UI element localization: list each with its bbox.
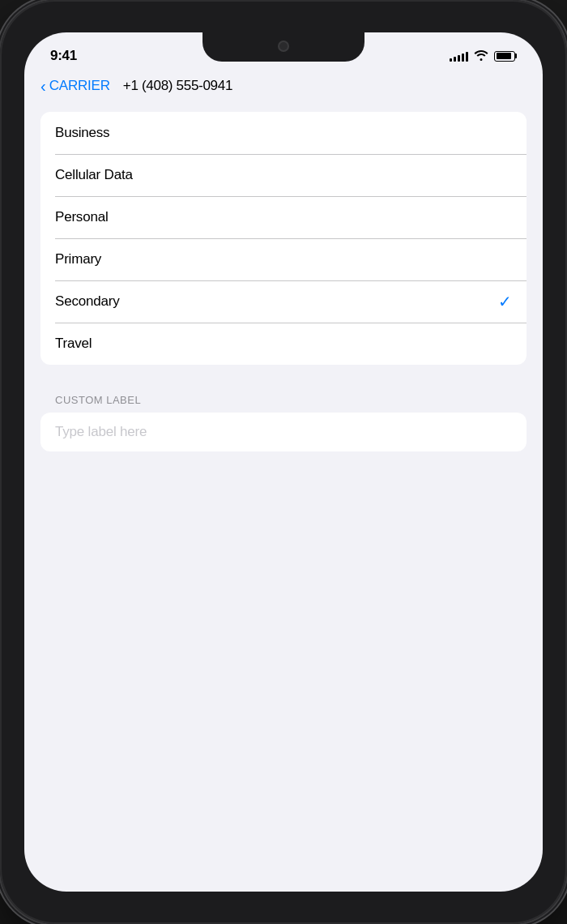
battery-body xyxy=(494,51,515,62)
signal-bar-4 xyxy=(462,53,464,62)
content-area: BusinessCellular DataPersonalPrimarySeco… xyxy=(24,105,543,458)
status-time: 9:41 xyxy=(50,48,77,64)
list-item-label-secondary: Secondary xyxy=(55,293,119,310)
nav-bar: ‹ CARRIER +1 (408) 555-0941 xyxy=(24,75,543,105)
battery-icon xyxy=(494,51,517,62)
back-label: CARRIER xyxy=(49,78,110,94)
phone-screen: 9:41 xyxy=(24,32,543,892)
custom-label-input-card xyxy=(40,413,526,451)
battery-fill xyxy=(497,53,512,59)
battery-tip xyxy=(515,53,517,58)
list-item-label-personal: Personal xyxy=(55,209,109,225)
notch xyxy=(202,32,364,62)
list-item-label-cellular-data: Cellular Data xyxy=(55,167,133,183)
list-item-personal[interactable]: Personal xyxy=(40,196,526,238)
label-list-card: BusinessCellular DataPersonalPrimarySeco… xyxy=(40,112,526,365)
checkmark-icon-secondary: ✓ xyxy=(498,292,512,311)
wifi-icon xyxy=(474,49,488,63)
list-item-primary[interactable]: Primary xyxy=(40,238,526,280)
front-camera xyxy=(278,41,289,52)
custom-label-input[interactable] xyxy=(40,413,526,451)
list-item-travel[interactable]: Travel xyxy=(40,323,526,365)
signal-bars-icon xyxy=(450,50,468,62)
list-item-secondary[interactable]: Secondary✓ xyxy=(40,280,526,323)
signal-bar-2 xyxy=(454,57,456,62)
phone-frame: 9:41 xyxy=(0,0,567,924)
custom-label-header: CUSTOM LABEL xyxy=(40,394,526,413)
list-item-label-business: Business xyxy=(55,125,109,141)
signal-bar-5 xyxy=(466,52,468,62)
nav-title: +1 (408) 555-0941 xyxy=(123,78,232,94)
status-icons xyxy=(450,49,517,63)
custom-label-section: CUSTOM LABEL xyxy=(40,394,526,451)
back-button[interactable]: ‹ CARRIER xyxy=(40,78,110,94)
list-item-label-travel: Travel xyxy=(55,336,92,352)
back-chevron-icon: ‹ xyxy=(40,78,46,94)
list-item-business[interactable]: Business xyxy=(40,112,526,154)
signal-bar-1 xyxy=(450,58,452,62)
signal-bar-3 xyxy=(458,55,460,62)
list-item-cellular-data[interactable]: Cellular Data xyxy=(40,154,526,196)
list-item-label-primary: Primary xyxy=(55,251,101,267)
